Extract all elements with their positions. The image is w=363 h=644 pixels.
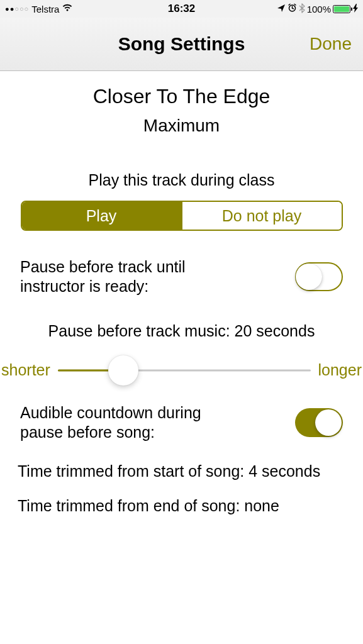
status-bar: ●●○○○ Telstra 16:32 100% [0,0,363,18]
carrier-label: Telstra [31,4,59,14]
bluetooth-icon [299,3,305,15]
play-segmented-control: Play Do not play [21,201,343,231]
pause-slider-row: shorter longer [1,358,362,383]
battery-percent: 100% [307,4,331,14]
trim-end-label: Time trimmed from end of song: none [18,497,343,515]
toggle-knob [296,264,322,290]
location-icon [277,4,286,14]
slider-longer-label: longer [318,361,362,379]
countdown-row: Audible countdown during pause before so… [20,403,343,443]
toggle-knob [315,409,342,436]
battery-icon [333,5,350,13]
alarm-icon [288,3,297,14]
countdown-toggle[interactable] [295,408,343,437]
charging-icon [353,4,358,14]
status-left: ●●○○○ Telstra [5,3,73,14]
song-title: Closer To The Edge [20,85,343,108]
slider-thumb [108,355,138,386]
countdown-label: Audible countdown during pause before so… [20,403,234,443]
signal-dots-icon: ●●○○○ [5,5,29,13]
status-right: 100% [277,3,358,15]
play-segment[interactable]: Play [22,202,181,230]
page-title: Song Settings [118,33,245,55]
play-track-label: Play this track during class [20,171,343,189]
slider-shorter-label: shorter [1,361,50,379]
pause-ready-toggle[interactable] [295,262,343,291]
trim-start-label: Time trimmed from start of song: 4 secon… [18,462,343,480]
song-artist: Maximum [20,116,343,136]
do-not-play-segment[interactable]: Do not play [181,202,342,230]
nav-bar: Song Settings Done [0,18,363,71]
content: Closer To The Edge Maximum Play this tra… [0,85,363,515]
pause-ready-row: Pause before track until instructor is r… [20,257,343,297]
status-time: 16:32 [168,3,195,15]
done-button[interactable]: Done [310,34,352,54]
pause-slider[interactable] [58,358,311,383]
pause-duration-label: Pause before track music: 20 seconds [20,322,343,340]
wifi-icon [62,3,73,14]
pause-ready-label: Pause before track until instructor is r… [20,257,234,297]
